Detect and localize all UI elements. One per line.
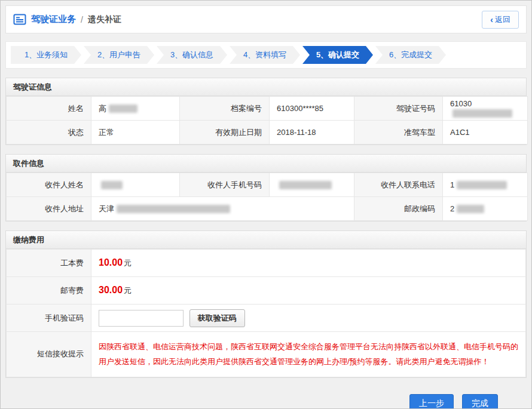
field-label-file-number: 档案编号 [180,97,270,121]
field-label-status: 状态 [7,121,91,144]
field-label-postal-code: 邮政编码 [354,197,443,221]
redacted-text [457,205,484,213]
field-label-sms-code: 手机验证码 [7,305,91,332]
field-value-license-number: 61030 [443,97,528,121]
field-label-vehicle-class: 准驾车型 [354,121,443,144]
field-label-valid-until: 有效期止日期 [180,121,270,144]
postage-fee-unit: 元 [124,286,132,295]
redacted-text [117,205,230,213]
field-label-recipient-phone: 收件人联系电话 [354,173,443,197]
step-5-confirm-submit[interactable]: 5、确认提交 [302,46,373,64]
table-row: 短信接收提示 因陕西省联通、电信运营商技术问题，陕西省互联网交通安全综合服务管理… [7,332,526,377]
field-value-name: 高 [91,97,180,121]
field-value-recipient-name [91,173,180,197]
field-label-recipient-name: 收件人姓名 [7,173,91,197]
redacted-text [457,181,507,189]
redacted-text [452,109,512,118]
field-value-valid-until: 2018-11-18 [270,121,354,144]
breadcrumb-separator: / [81,15,83,24]
redacted-text [109,104,137,113]
section-fees: 缴纳费用 工本费 10.00元 邮寄费 30.00元 手机验证码 [5,230,527,378]
step-6-complete-submit[interactable]: 6、完成提交 [375,46,446,64]
field-value-recipient-phone: 1 [443,173,528,197]
section-title-license: 驾驶证信息 [6,78,526,96]
fees-table: 工本费 10.00元 邮寄费 30.00元 手机验证码 获取验证码 短信接收提 [6,249,526,377]
section-license-info: 驾驶证信息 姓名 高 档案编号 610300****85 驾驶证号码 61030… [5,78,527,145]
field-value-file-number: 610300****85 [270,97,354,121]
section-title-pickup: 取件信息 [6,155,526,173]
field-label-work-fee: 工本费 [7,250,91,277]
table-row: 工本费 10.00元 [7,250,526,277]
step-1-business-notice[interactable]: 1、业务须知 [11,46,81,64]
redacted-text [101,181,123,189]
field-value-status: 正常 [91,121,180,144]
steps-bar: 1、业务须知 2、用户申告 3、确认信息 4、资料填写 5、确认提交 6、完成提… [5,41,527,69]
finish-button[interactable]: 完成 [462,394,498,409]
back-button-label: 返回 [495,14,510,25]
step-3-confirm-info[interactable]: 3、确认信息 [157,46,227,64]
field-value-vehicle-class: A1C1 [443,121,528,144]
field-sms-code: 获取验证码 [91,305,526,332]
sms-code-input[interactable] [99,310,184,327]
page: 驾驶证业务 / 遗失补证 ‹ 返回 1、业务须知 2、用户申告 3、确认信息 4… [1,1,531,409]
table-row: 状态 正常 有效期止日期 2018-11-18 准驾车型 A1C1 [7,121,528,144]
step-4-fill-materials[interactable]: 4、资料填写 [230,46,300,64]
field-value-work-fee: 10.00元 [91,250,526,277]
back-arrow-icon: ‹ [490,16,493,24]
breadcrumb-current: 遗失补证 [88,14,121,25]
get-sms-code-button[interactable]: 获取验证码 [189,309,245,327]
redacted-text [279,181,332,189]
work-fee-amount: 10.00 [99,257,123,267]
field-label-license-number: 驾驶证号码 [354,97,443,121]
section-title-fees: 缴纳费用 [6,231,526,249]
field-label-postage-fee: 邮寄费 [7,277,91,305]
sms-warning-text: 因陕西省联通、电信运营商技术问题，陕西省互联网交通安全综合服务管理平台无法向持陕… [99,332,518,377]
field-label-name: 姓名 [7,97,91,121]
footer-actions: 上一步 完成 [5,387,527,409]
field-label-recipient-address: 收件人地址 [7,197,91,221]
table-row: 邮寄费 30.00元 [7,277,526,305]
field-label-sms-notice: 短信接收提示 [7,332,91,377]
license-business-icon [13,14,26,25]
back-button[interactable]: ‹ 返回 [482,11,519,29]
page-title: 驾驶证业务 [31,14,76,25]
work-fee-unit: 元 [124,259,132,267]
table-row: 手机验证码 获取验证码 [7,305,526,332]
previous-step-button[interactable]: 上一步 [409,394,454,409]
field-label-recipient-mobile: 收件人手机号码 [180,173,270,197]
field-value-recipient-address: 天津 [91,197,354,221]
field-value-postage-fee: 30.00元 [91,277,526,305]
section-pickup-info: 取件信息 收件人姓名 收件人手机号码 收件人联系电话 1 收件人地址 天津 邮政… [5,154,527,222]
postage-fee-amount: 30.00 [99,285,123,295]
pickup-info-table: 收件人姓名 收件人手机号码 收件人联系电话 1 收件人地址 天津 邮政编码 2 [6,173,528,221]
field-value-recipient-mobile [270,173,354,197]
top-header: 驾驶证业务 / 遗失补证 ‹ 返回 [5,5,527,33]
step-2-user-declaration[interactable]: 2、用户申告 [84,46,154,64]
table-row: 姓名 高 档案编号 610300****85 驾驶证号码 61030 [7,97,528,121]
license-info-table: 姓名 高 档案编号 610300****85 驾驶证号码 61030 状态 正常… [6,96,528,144]
field-value-postal-code: 2 [443,197,528,221]
table-row: 收件人姓名 收件人手机号码 收件人联系电话 1 [7,173,528,197]
breadcrumb: 驾驶证业务 / 遗失补证 [13,14,121,25]
field-sms-notice: 因陕西省联通、电信运营商技术问题，陕西省互联网交通安全综合服务管理平台无法向持陕… [91,332,526,377]
table-row: 收件人地址 天津 邮政编码 2 [7,197,528,221]
